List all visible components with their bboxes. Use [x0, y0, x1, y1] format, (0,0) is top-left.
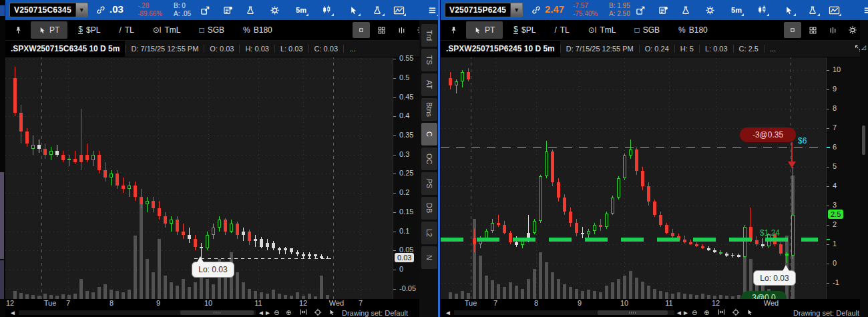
zoom-in-icon[interactable]: ⊕: [704, 308, 709, 317]
tab-pt[interactable]: PT: [466, 21, 503, 39]
gear-icon[interactable]: [267, 3, 282, 17]
header-more[interactable]: ...: [764, 45, 781, 53]
symbol-input[interactable]: V250715C6345 ▼: [9, 3, 88, 17]
news-icon[interactable]: [220, 3, 235, 17]
volume-bar: [37, 296, 41, 299]
time-axis[interactable]: 12Tue789101112Wed7: [5, 299, 439, 308]
zoom-in-icon[interactable]: ⊕: [286, 308, 291, 317]
candle-wick: [171, 216, 172, 232]
scroll-left-icon[interactable]: ◄: [445, 308, 451, 317]
menu-icon[interactable]: [425, 3, 439, 17]
pattern-icon[interactable]: [827, 3, 841, 17]
columns-button[interactable]: [824, 22, 841, 38]
timeframe-button[interactable]: 5m: [294, 3, 308, 17]
sidebar-tab-db[interactable]: DB: [421, 197, 437, 220]
gridline-v: [536, 57, 537, 299]
symbol-dropdown-button[interactable]: ▼: [510, 3, 522, 17]
y-axis-label: 6: [833, 143, 837, 151]
share-icon[interactable]: [633, 3, 648, 17]
mini-scrollbar[interactable]: [862, 125, 865, 155]
share-icon[interactable]: [198, 3, 212, 17]
volume-bar: [326, 295, 329, 299]
zoom-out-icon[interactable]: ⊖: [274, 308, 279, 317]
chart-type-icon[interactable]: [319, 3, 334, 17]
symbol-text[interactable]: V250715P6245: [445, 5, 510, 15]
chart-settings-gear-icon[interactable]: [844, 22, 861, 38]
crosshair-icon[interactable]: [314, 308, 322, 317]
tab-pt[interactable]: PT: [31, 21, 67, 39]
pointer-mode-icon[interactable]: [329, 308, 335, 317]
pointer-mode-icon[interactable]: [746, 308, 753, 317]
symbol-text[interactable]: V250715C6345: [10, 5, 75, 15]
sidebar-tab-trd[interactable]: Trd: [421, 24, 437, 47]
gear-icon[interactable]: [702, 3, 717, 17]
scroll-step-right-icon[interactable]: ►: [264, 308, 271, 317]
sidebar-tab-btns[interactable]: Btns: [421, 98, 437, 121]
pin-icon[interactable]: [8, 21, 28, 39]
sidebar-tab-oc[interactable]: OC: [421, 147, 437, 170]
gridline-h: [5, 212, 373, 213]
chart-canvas[interactable]: $6$1.24-3@0.353@0.0Lo: 0.03: [441, 57, 818, 299]
candle-body: [557, 182, 560, 198]
tab-b180[interactable]: %B180: [235, 21, 280, 39]
pin-icon[interactable]: [443, 21, 463, 39]
sidebar-tab-at[interactable]: AT: [421, 73, 437, 96]
sidebar-tab-l2[interactable]: L2: [421, 222, 437, 244]
bar-spacing-icon[interactable]: [717, 308, 726, 317]
tab-dollar-pl[interactable]: $$PL: [70, 21, 108, 39]
volume-bar: [449, 292, 452, 299]
sidebar-tab-ps[interactable]: PS: [421, 172, 437, 195]
timeframe-button[interactable]: 5m: [729, 3, 744, 17]
drawing-set-label[interactable]: Drawing set: Default: [793, 309, 859, 317]
crosshair-icon[interactable]: [732, 308, 740, 317]
scroll-left-icon[interactable]: ◄: [9, 308, 16, 317]
single-chart-button[interactable]: [353, 22, 370, 38]
grid-layout-button[interactable]: [804, 22, 821, 38]
grid-layout-button[interactable]: [373, 22, 390, 38]
flask-icon[interactable]: [243, 3, 258, 17]
cursor-tool-icon[interactable]: [346, 3, 361, 17]
y-axis-tick: [393, 270, 396, 270]
tab-sgb[interactable]: □SGB: [191, 21, 232, 39]
symbol-input[interactable]: V250715P6245 ▼: [445, 3, 523, 17]
tab-tml[interactable]: ⊙lTmL: [145, 21, 189, 39]
news-icon[interactable]: [656, 3, 670, 17]
volume-bar: [641, 282, 644, 299]
volume-bar: [527, 279, 530, 299]
pattern-icon[interactable]: [391, 3, 406, 17]
menu-icon[interactable]: [860, 3, 868, 17]
cursor-tool-icon[interactable]: [781, 3, 796, 17]
tab-b180[interactable]: %B180: [670, 21, 716, 39]
drawing-set-label[interactable]: Drawing set: Default: [342, 309, 408, 317]
sidebar-tab-ts[interactable]: TS: [421, 49, 437, 71]
flask-icon[interactable]: [678, 3, 693, 17]
studies-flask-icon[interactable]: [805, 3, 820, 17]
chart-canvas[interactable]: Lo: 0.03: [5, 57, 373, 299]
link-icon[interactable]: [96, 5, 105, 15]
panel-divider[interactable]: [438, 0, 440, 317]
zoom-out-icon[interactable]: ⊖: [692, 308, 697, 317]
columns-button[interactable]: [393, 22, 410, 38]
single-chart-button[interactable]: [784, 22, 801, 38]
tab-sgb[interactable]: □SGB: [626, 21, 668, 39]
time-axis[interactable]: Tue789101112Wed: [441, 299, 868, 308]
tab-tl[interactable]: /TL: [111, 21, 142, 39]
bar-spacing-icon[interactable]: [299, 308, 308, 317]
tab-dollar-pl[interactable]: $$PL: [505, 21, 544, 39]
header-more[interactable]: ...: [343, 45, 361, 53]
studies-flask-icon[interactable]: [370, 3, 385, 17]
tab-tl[interactable]: /TL: [546, 21, 577, 39]
scroll-step-left-icon[interactable]: ◄: [258, 308, 264, 317]
collapsed-sidebar-icon[interactable]: ◿: [861, 44, 866, 51]
scroll-step-right-icon[interactable]: ►: [682, 308, 689, 317]
scroll-step-left-icon[interactable]: ◄: [676, 308, 682, 317]
gridline-v: [495, 57, 496, 299]
volume-bar: [551, 272, 554, 299]
y-axis-label: 0.2: [399, 188, 409, 196]
tab-tml[interactable]: ⊙lTmL: [580, 21, 624, 39]
link-icon[interactable]: [531, 5, 541, 15]
chart-type-icon[interactable]: [754, 3, 769, 17]
sidebar-tab-c[interactable]: C: [421, 123, 437, 145]
symbol-dropdown-button[interactable]: ▼: [75, 3, 87, 17]
sidebar-tab-n[interactable]: N: [421, 246, 437, 269]
